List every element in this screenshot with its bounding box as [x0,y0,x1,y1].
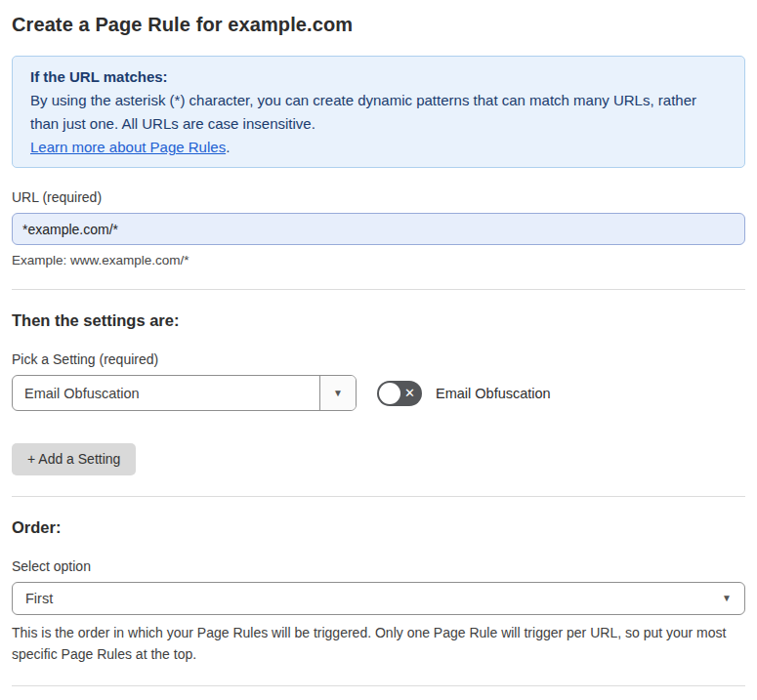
add-setting-button[interactable]: + Add a Setting [12,443,136,475]
chevron-down-icon: ▼ [333,389,343,398]
setting-row: Email Obfuscation ▼ ✕ Email Obfuscation [12,375,745,411]
divider [12,685,745,686]
settings-section-heading: Then the settings are: [12,310,745,330]
order-helper-text: This is the order in which your Page Rul… [12,622,739,665]
pick-setting-label: Pick a Setting (required) [12,351,745,368]
learn-more-link[interactable]: Learn more about Page Rules [30,139,226,155]
toggle-label: Email Obfuscation [436,386,551,401]
order-select-value: First [25,591,53,606]
toggle-knob [379,383,400,404]
toggle-off-x-icon: ✕ [404,387,415,399]
url-example-helper: Example: www.example.com/* [12,252,745,268]
order-select[interactable]: First ▼ [12,582,745,615]
link-suffix: . [226,139,230,155]
info-box-link-line: Learn more about Page Rules. [30,136,727,159]
url-match-info-box: If the URL matches: By using the asteris… [12,56,745,168]
email-obfuscation-toggle[interactable]: ✕ [377,381,422,406]
setting-select[interactable]: Email Obfuscation ▼ [12,375,357,411]
setting-select-value: Email Obfuscation [13,376,319,410]
order-section-heading: Order: [12,517,745,537]
page-title: Create a Page Rule for example.com [12,12,745,37]
create-page-rule-form: Create a Page Rule for example.com If th… [0,0,757,700]
url-field-label: URL (required) [12,189,745,206]
divider [12,289,745,290]
setting-select-arrow-button[interactable]: ▼ [319,376,356,410]
order-select-label: Select option [12,558,745,575]
url-input[interactable] [12,213,745,245]
info-box-body: By using the asterisk (*) character, you… [30,89,727,136]
divider [12,496,745,497]
info-box-heading: If the URL matches: [30,65,727,89]
chevron-down-icon: ▼ [722,594,732,603]
